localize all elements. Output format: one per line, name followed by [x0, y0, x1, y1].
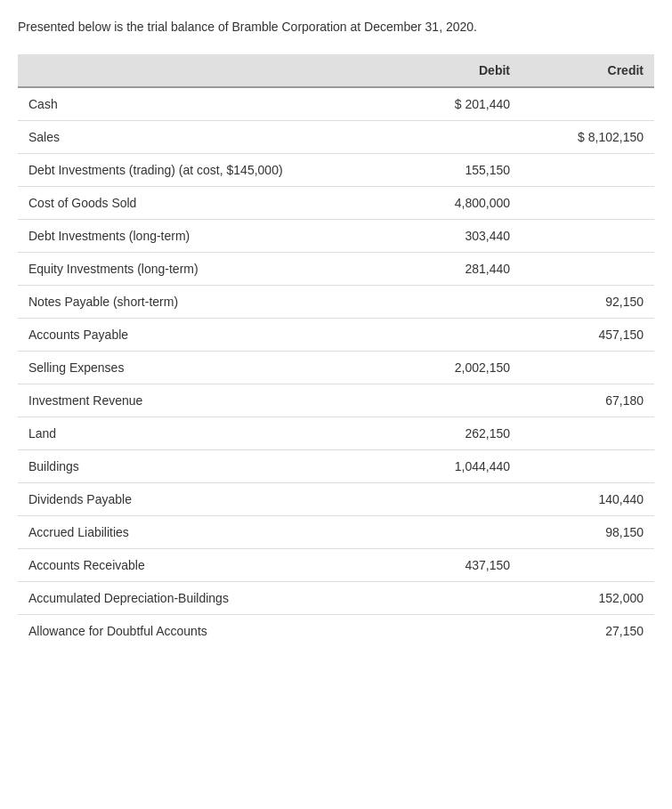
- account-name: Investment Revenue: [18, 384, 387, 417]
- credit-value: 140,440: [521, 483, 654, 516]
- credit-value: 457,150: [521, 319, 654, 352]
- table-row: Selling Expenses2,002,150: [18, 352, 654, 384]
- account-name: Accrued Liabilities: [18, 516, 387, 549]
- debit-value: [387, 319, 521, 352]
- credit-value: 67,180: [521, 384, 654, 417]
- table-row: Accounts Receivable437,150: [18, 549, 654, 582]
- account-name: Buildings: [18, 450, 387, 483]
- table-header-row: Debit Credit: [18, 54, 654, 87]
- credit-value: 92,150: [521, 286, 654, 319]
- table-row: Accounts Payable457,150: [18, 319, 654, 352]
- account-name: Accounts Receivable: [18, 549, 387, 582]
- account-name: Debt Investments (trading) (at cost, $14…: [18, 154, 387, 187]
- credit-value: [521, 352, 654, 384]
- account-name: Debt Investments (long-term): [18, 220, 387, 253]
- table-row: Cost of Goods Sold4,800,000: [18, 187, 654, 220]
- account-name: Land: [18, 417, 387, 450]
- credit-value: [521, 549, 654, 582]
- table-row: Dividends Payable140,440: [18, 483, 654, 516]
- account-name: Sales: [18, 121, 387, 154]
- debit-value: 303,440: [387, 220, 521, 253]
- table-row: Notes Payable (short-term)92,150: [18, 286, 654, 319]
- credit-value: 152,000: [521, 582, 654, 615]
- account-name: Equity Investments (long-term): [18, 253, 387, 286]
- account-column-header: [18, 54, 387, 87]
- account-name: Cost of Goods Sold: [18, 187, 387, 220]
- account-name: Accumulated Depreciation-Buildings: [18, 582, 387, 615]
- debit-column-header: Debit: [387, 54, 521, 87]
- account-name: Allowance for Doubtful Accounts: [18, 615, 387, 648]
- table-row: Equity Investments (long-term)281,440: [18, 253, 654, 286]
- table-row: Debt Investments (long-term)303,440: [18, 220, 654, 253]
- credit-value: [521, 450, 654, 483]
- debit-value: [387, 516, 521, 549]
- debit-value: [387, 483, 521, 516]
- trial-balance-table: Debit Credit Cash$ 201,440Sales$ 8,102,1…: [18, 54, 654, 647]
- account-name: Notes Payable (short-term): [18, 286, 387, 319]
- credit-value: $ 8,102,150: [521, 121, 654, 154]
- table-row: Accumulated Depreciation-Buildings152,00…: [18, 582, 654, 615]
- table-row: Sales$ 8,102,150: [18, 121, 654, 154]
- debit-value: 437,150: [387, 549, 521, 582]
- credit-value: [521, 220, 654, 253]
- credit-value: [521, 154, 654, 187]
- debit-value: [387, 384, 521, 417]
- debit-value: 281,440: [387, 253, 521, 286]
- debit-value: $ 201,440: [387, 87, 521, 121]
- debit-value: [387, 121, 521, 154]
- credit-column-header: Credit: [521, 54, 654, 87]
- debit-value: 4,800,000: [387, 187, 521, 220]
- table-row: Land262,150: [18, 417, 654, 450]
- debit-value: 262,150: [387, 417, 521, 450]
- credit-value: [521, 187, 654, 220]
- credit-value: [521, 87, 654, 121]
- credit-value: 27,150: [521, 615, 654, 648]
- account-name: Dividends Payable: [18, 483, 387, 516]
- table-row: Debt Investments (trading) (at cost, $14…: [18, 154, 654, 187]
- table-row: Allowance for Doubtful Accounts27,150: [18, 615, 654, 648]
- table-row: Cash$ 201,440: [18, 87, 654, 121]
- debit-value: 2,002,150: [387, 352, 521, 384]
- account-name: Cash: [18, 87, 387, 121]
- table-row: Accrued Liabilities98,150: [18, 516, 654, 549]
- debit-value: [387, 582, 521, 615]
- debit-value: [387, 286, 521, 319]
- account-name: Accounts Payable: [18, 319, 387, 352]
- debit-value: [387, 615, 521, 648]
- account-name: Selling Expenses: [18, 352, 387, 384]
- debit-value: 155,150: [387, 154, 521, 187]
- table-row: Buildings1,044,440: [18, 450, 654, 483]
- debit-value: 1,044,440: [387, 450, 521, 483]
- credit-value: [521, 253, 654, 286]
- intro-text: Presented below is the trial balance of …: [18, 18, 654, 36]
- credit-value: 98,150: [521, 516, 654, 549]
- table-row: Investment Revenue67,180: [18, 384, 654, 417]
- table-body: Cash$ 201,440Sales$ 8,102,150Debt Invest…: [18, 87, 654, 647]
- credit-value: [521, 417, 654, 450]
